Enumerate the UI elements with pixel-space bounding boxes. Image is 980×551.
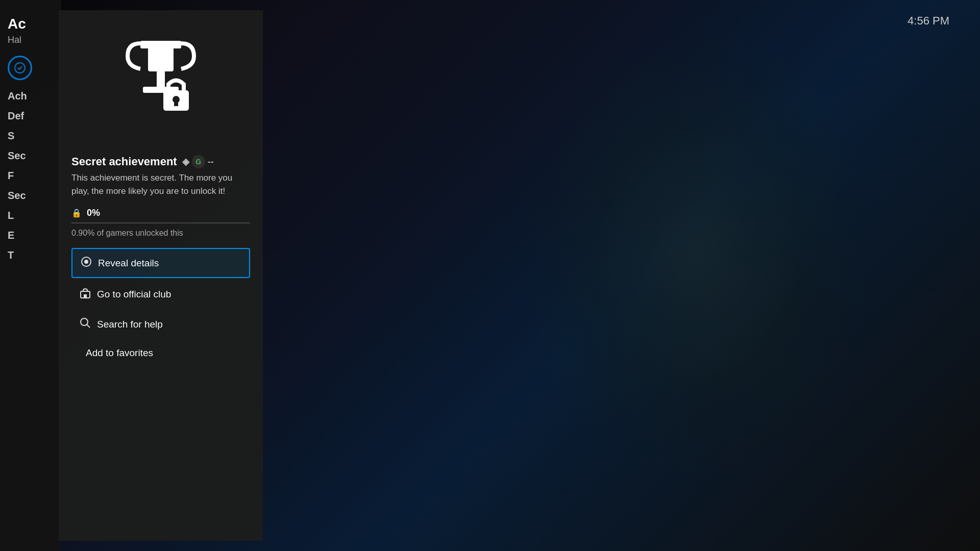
achievement-title-text: Secret achievement xyxy=(71,155,177,168)
achievement-score: -- xyxy=(208,157,214,167)
search-help-button[interactable]: Search for help xyxy=(71,310,250,338)
search-help-label: Search for help xyxy=(97,319,163,330)
sidebar-item-def[interactable]: Def xyxy=(8,110,54,122)
sidebar-item-t[interactable]: T xyxy=(8,249,54,261)
achievement-icon-area xyxy=(71,36,250,140)
svg-point-9 xyxy=(84,260,88,264)
progress-value: 0% xyxy=(87,208,100,218)
svg-rect-7 xyxy=(174,101,178,106)
svg-rect-3 xyxy=(157,71,165,87)
reveal-icon xyxy=(81,256,92,270)
go-to-club-label: Go to official club xyxy=(97,289,171,300)
sidebar: Ac Hal Ach Def S Sec F Sec L E T xyxy=(0,0,61,551)
gamerscore-badge: G xyxy=(192,155,205,168)
sidebar-item-l[interactable]: L xyxy=(8,210,54,221)
svg-line-13 xyxy=(87,324,90,328)
gamers-unlocked-text: 0.90% of gamers unlocked this xyxy=(71,229,250,238)
sidebar-item-e[interactable]: E xyxy=(8,230,54,241)
go-to-club-button[interactable]: Go to official club xyxy=(71,280,250,308)
add-favorites-button[interactable]: Add to favorites xyxy=(71,340,250,366)
sidebar-item-sec[interactable]: Sec xyxy=(8,150,54,162)
sidebar-achievement-icon[interactable] xyxy=(8,56,32,80)
svg-point-0 xyxy=(15,63,25,73)
sidebar-title: Ac xyxy=(8,15,54,33)
reveal-details-button[interactable]: Reveal details xyxy=(71,248,250,278)
progress-row: 🔒 0% xyxy=(71,208,250,218)
sidebar-subtitle: Hal xyxy=(8,35,54,45)
trophy-lock-icon xyxy=(110,36,212,140)
svg-rect-2 xyxy=(140,41,181,48)
time-display: 4:56 PM xyxy=(908,14,949,28)
diamond-badge: ◈ xyxy=(182,156,189,167)
sidebar-item-sec2[interactable]: Sec xyxy=(8,190,54,202)
search-icon xyxy=(80,317,91,331)
achievement-title-row: Secret achievement ◈ G -- xyxy=(71,155,250,168)
sidebar-item-s[interactable]: S xyxy=(8,130,54,142)
progress-bar-container xyxy=(71,222,250,223)
sidebar-item-f[interactable]: F xyxy=(8,170,54,182)
svg-point-12 xyxy=(81,318,88,325)
achievement-description: This achievement is secret. The more you… xyxy=(71,171,250,197)
sidebar-item-achievements[interactable]: Ach xyxy=(8,90,54,102)
add-favorites-label: Add to favorites xyxy=(86,347,153,359)
reveal-details-label: Reveal details xyxy=(98,258,159,269)
main-panel: Secret achievement ◈ G -- This achieveme… xyxy=(59,10,263,541)
progress-lock-icon: 🔒 xyxy=(71,208,82,218)
club-icon xyxy=(80,287,91,301)
achievement-badges: ◈ G -- xyxy=(182,155,214,168)
svg-rect-11 xyxy=(84,294,87,298)
